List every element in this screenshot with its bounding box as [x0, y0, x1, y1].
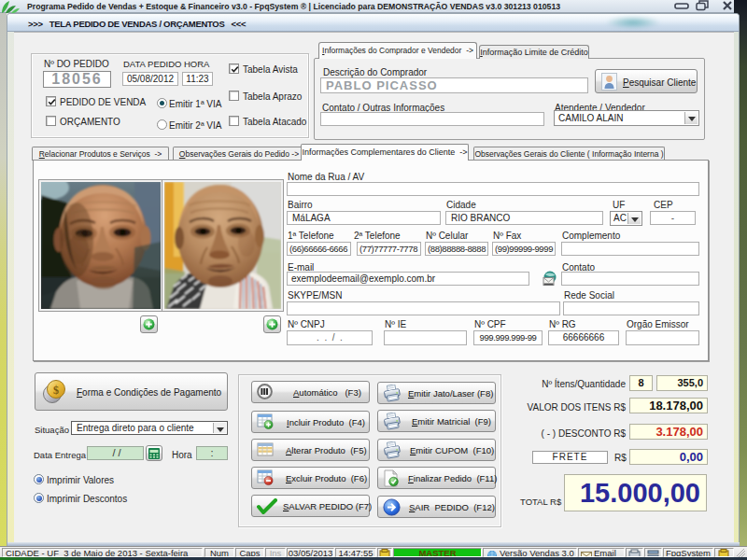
svg-text:$: $ [53, 384, 59, 397]
